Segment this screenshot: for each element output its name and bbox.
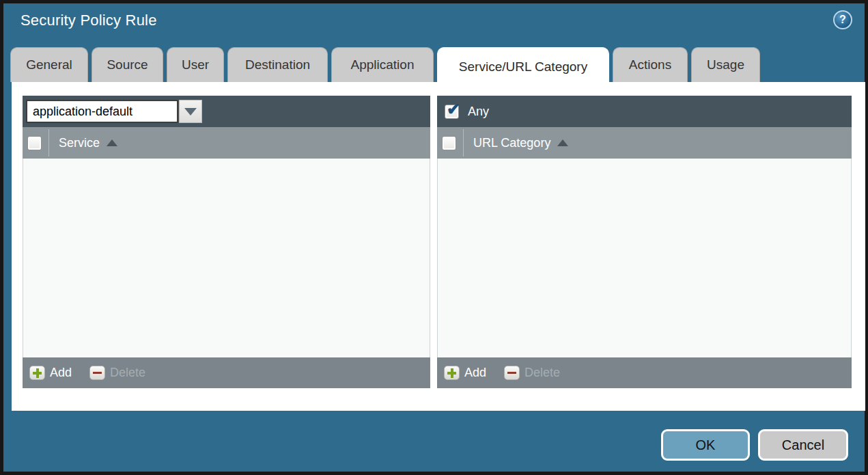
cancel-button[interactable]: Cancel [758,429,848,461]
tab-source[interactable]: Source [92,47,163,82]
url-category-delete-button[interactable]: Delete [504,366,560,380]
security-policy-rule-dialog: Security Policy Rule ? General Source Us… [0,0,868,475]
any-label: Any [468,105,489,119]
service-select-all-checkbox[interactable] [27,136,42,150]
tab-bar: General Source User Destination Applicat… [10,47,760,83]
delete-button-label: Delete [524,366,560,380]
sort-ascending-icon[interactable] [107,139,117,146]
tab-actions[interactable]: Actions [613,47,688,82]
service-type-value[interactable]: application-default [26,100,178,123]
dropdown-button[interactable] [179,100,202,123]
url-category-panel: ✔ Any URL Category Add Delete [437,96,852,388]
minus-icon [504,366,520,380]
checkmark-icon: ✔ [447,101,460,118]
add-icon [29,366,45,380]
sort-ascending-icon[interactable] [557,139,568,146]
tab-content-area: application-default Service Add [12,82,865,411]
service-column-label: Service [59,136,100,150]
delete-button-label: Delete [110,366,145,380]
url-category-topbar: ✔ Any [437,96,852,127]
add-button-label: Add [464,366,486,380]
url-category-footer-toolbar: Add Delete [437,357,852,388]
dialog-title: Security Policy Rule [20,12,157,29]
minus-icon [89,366,105,380]
url-category-select-all-checkbox[interactable] [442,136,456,150]
any-checkbox[interactable]: ✔ [445,105,459,119]
ok-button[interactable]: OK [661,429,750,461]
tab-general[interactable]: General [10,47,88,82]
tab-service-url-category[interactable]: Service/URL Category [437,47,609,85]
service-delete-button[interactable]: Delete [89,366,145,380]
service-topbar: application-default [23,96,430,127]
url-category-column-header-row: URL Category [437,127,852,159]
service-type-dropdown[interactable]: application-default [26,100,202,123]
url-category-list-area [437,159,852,357]
help-icon[interactable]: ? [833,10,852,29]
service-column-header-row: Service [23,127,430,159]
service-add-button[interactable]: Add [29,366,72,380]
chevron-down-icon [184,108,197,116]
url-category-column-label: URL Category [473,136,550,150]
column-separator [48,129,49,157]
url-category-add-button[interactable]: Add [444,366,486,380]
column-separator [463,129,464,157]
service-footer-toolbar: Add Delete [23,357,430,388]
tab-user[interactable]: User [167,47,224,82]
tab-application[interactable]: Application [331,47,434,82]
service-panel: application-default Service Add [23,96,430,388]
tab-usage[interactable]: Usage [691,47,760,82]
add-icon [444,366,460,380]
add-button-label: Add [50,366,72,380]
tab-destination[interactable]: Destination [227,47,328,82]
service-list-area [23,159,430,357]
